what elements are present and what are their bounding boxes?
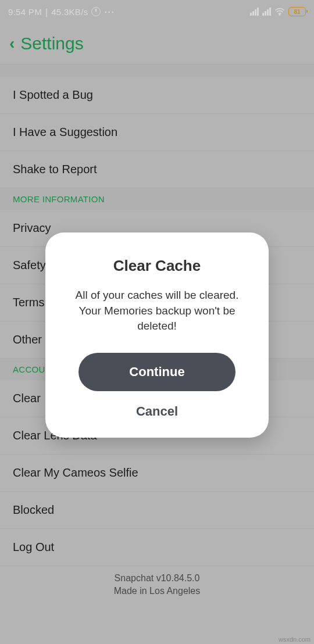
cancel-button[interactable]: Cancel (59, 404, 255, 419)
continue-button[interactable]: Continue (78, 353, 236, 391)
dialog-title: Clear Cache (59, 257, 255, 275)
dialog-body: All of your caches will be cleared. Your… (59, 288, 255, 334)
watermark: wsxdn.com (279, 636, 311, 643)
clear-cache-dialog: Clear Cache All of your caches will be c… (45, 232, 269, 438)
